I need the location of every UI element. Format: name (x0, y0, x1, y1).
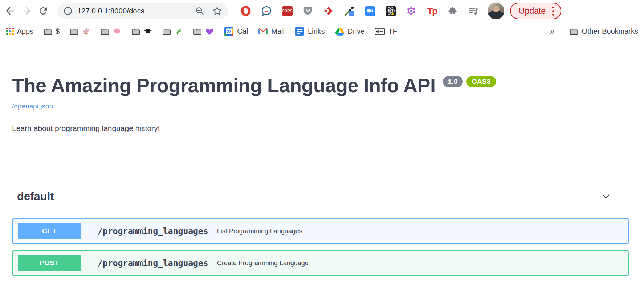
bookmarks-overflow-chevron[interactable]: » (548, 26, 556, 37)
tp-label: Tp (427, 6, 437, 16)
folder-icon (193, 28, 202, 35)
oas3-badge: OAS3 (466, 76, 496, 87)
api-badges: 1.0 OAS3 (443, 76, 496, 87)
brain-icon (113, 27, 121, 36)
extensions-area: CORS Tp (240, 5, 479, 16)
endpoint-path-get: /programming_languages (98, 226, 208, 236)
bookmark-folder-brain[interactable] (101, 27, 121, 36)
method-badge-get: GET (18, 223, 81, 239)
announcement-card-icon (375, 28, 385, 36)
links-list-icon (295, 26, 305, 36)
tag-default-header[interactable]: default (12, 190, 629, 212)
swagger-page: The Amazing Programming Language Info AP… (0, 74, 644, 276)
other-bookmarks[interactable]: Other Bookmarks (570, 27, 638, 36)
bookmark-folder-dollar[interactable]: $ (44, 27, 60, 36)
bookmarks-divider (563, 26, 563, 37)
openapi-json-link[interactable]: /openapi.json (12, 102, 53, 110)
graduation-cap-icon (143, 27, 152, 36)
extensions-puzzle-icon[interactable] (447, 5, 458, 16)
folder-icon (70, 28, 78, 35)
forward-arrow-icon (21, 5, 32, 17)
bookmark-mail-label: Mail (271, 27, 285, 36)
tp-extension-icon[interactable]: Tp (427, 5, 437, 16)
tag-default-label: default (17, 190, 54, 203)
bookmark-folder-purple-heart[interactable] (193, 27, 214, 36)
bookmark-apps[interactable]: Apps (6, 27, 33, 36)
bookmark-calendar[interactable]: 27 Cal (224, 26, 248, 36)
reload-button[interactable] (35, 3, 52, 19)
cors-extension-icon[interactable]: CORS (282, 5, 293, 16)
herb-icon (174, 27, 183, 36)
bookmark-tf-label: TF (388, 27, 397, 36)
cors-label: CORS (282, 6, 293, 16)
zoom-extension-icon[interactable] (364, 5, 375, 16)
api-description: Learn about programming language history… (12, 124, 629, 133)
folder-icon (44, 28, 52, 35)
update-label: Update (519, 6, 546, 16)
profile-avatar[interactable] (488, 3, 504, 19)
recycle-extension-icon[interactable] (406, 5, 417, 16)
bookmark-links-label: Links (308, 27, 325, 36)
folder-icon (131, 28, 140, 35)
purple-heart-icon (205, 27, 214, 36)
google-drive-icon (335, 27, 345, 36)
apps-grid-icon (6, 28, 14, 36)
gmail-icon (258, 28, 268, 35)
endpoint-get-programming-languages[interactable]: GET /programming_languages List Programm… (12, 218, 629, 244)
bookmark-links[interactable]: Links (295, 26, 325, 36)
folder-icon (162, 28, 171, 35)
version-badge: 1.0 (443, 76, 463, 87)
bookmark-star-icon[interactable] (212, 6, 222, 16)
bookmark-tf[interactable]: TF (375, 27, 397, 36)
google-calendar-icon: 27 (224, 26, 234, 36)
back-button[interactable] (1, 3, 18, 19)
endpoint-summary-get: List Programming Languages (217, 227, 302, 235)
bookmark-folder-graduation[interactable] (131, 27, 152, 36)
bookmark-drive-label: Drive (348, 27, 365, 36)
site-info-icon[interactable] (63, 6, 73, 16)
endpoint-path-post: /programming_languages (98, 258, 208, 268)
method-badge-post: POST (18, 255, 81, 271)
forward-button[interactable] (18, 3, 35, 19)
carousel-horse-icon (82, 27, 90, 36)
api-title-text: The Amazing Programming Language Info AP… (12, 74, 436, 97)
bookmark-drive[interactable]: Drive (335, 27, 365, 36)
bookmark-apps-label: Apps (17, 27, 34, 36)
endpoint-summary-post: Create Programming Language (217, 259, 309, 267)
address-bar[interactable]: 127.0.0.1:8000/docs (57, 3, 228, 19)
url-text[interactable]: 127.0.0.1:8000/docs (77, 7, 144, 15)
react-devtools-extension-icon[interactable] (385, 5, 396, 16)
bookmark-mail[interactable]: Mail (258, 27, 285, 36)
bookmark-folder-herb[interactable] (162, 27, 183, 36)
svg-text:27: 27 (227, 29, 231, 34)
update-button[interactable]: Update (510, 3, 561, 19)
colorzilla-extension-icon[interactable] (344, 5, 355, 16)
back-arrow-icon (4, 5, 16, 17)
bookmark-cal-label: Cal (237, 27, 248, 36)
endpoint-post-programming-languages[interactable]: POST /programming_languages Create Progr… (12, 250, 629, 276)
media-queue-icon[interactable] (468, 5, 479, 16)
zoom-out-icon[interactable] (195, 6, 205, 16)
chat-bubble-extension-icon[interactable] (261, 5, 272, 16)
bookmark-folder-carousel[interactable] (70, 27, 90, 36)
bookmark-dollar-label: $ (56, 27, 60, 36)
pocket-extension-icon[interactable] (302, 5, 313, 16)
folder-icon (570, 28, 578, 35)
browser-toolbar: 127.0.0.1:8000/docs CORS (0, 0, 644, 22)
bookmarks-bar: Apps $ 27 Cal Mail Links Drive (0, 22, 644, 41)
other-bookmarks-label: Other Bookmarks (582, 27, 638, 36)
collapse-chevron-icon[interactable] (600, 191, 612, 202)
api-title: The Amazing Programming Language Info AP… (12, 74, 629, 97)
red-arrow-extension-icon[interactable] (323, 5, 334, 16)
reload-icon (38, 5, 49, 16)
folder-icon (101, 28, 109, 35)
adblock-extension-icon[interactable] (240, 5, 251, 16)
browser-menu-kebab-icon[interactable] (552, 5, 554, 16)
